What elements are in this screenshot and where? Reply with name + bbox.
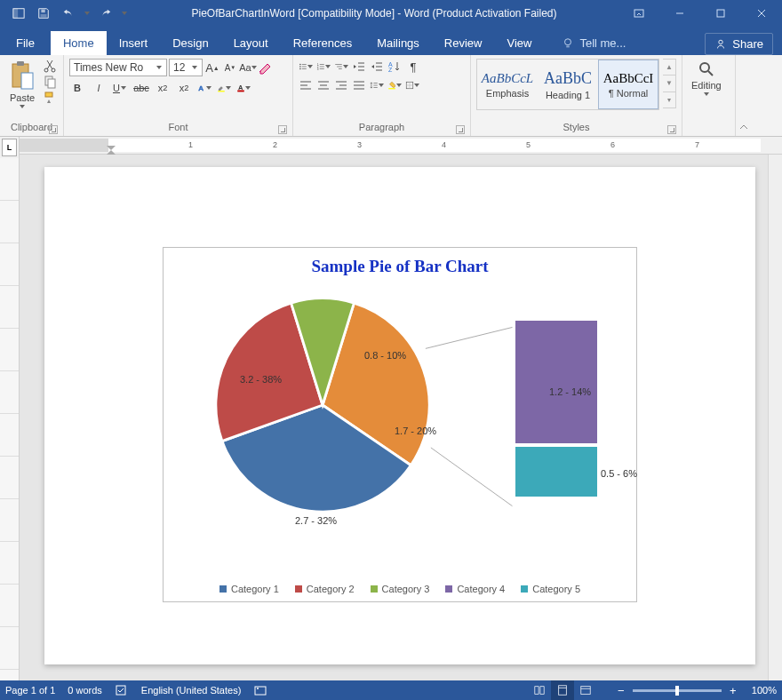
bullets-icon[interactable]: [299, 60, 313, 74]
font-size-combo[interactable]: 12: [169, 59, 203, 76]
tab-selector[interactable]: L: [2, 139, 17, 156]
tab-layout[interactable]: Layout: [221, 31, 281, 55]
ruler-num: 5: [526, 140, 531, 149]
ruler-num: 3: [357, 140, 362, 149]
tell-me-label: Tell me...: [579, 36, 626, 50]
zoom-out-button[interactable]: −: [615, 684, 627, 696]
align-left-icon[interactable]: [299, 78, 313, 92]
undo-icon[interactable]: [57, 3, 80, 24]
svg-rect-67: [116, 686, 125, 695]
strikethrough-button[interactable]: abc: [133, 80, 149, 96]
superscript-button[interactable]: x2: [176, 80, 192, 96]
read-mode-icon[interactable]: [528, 680, 551, 700]
chart-object[interactable]: Sample Pie of Bar Chart: [163, 247, 637, 602]
shrink-font-icon[interactable]: A▼: [222, 60, 238, 76]
sort-icon[interactable]: AZ: [387, 60, 402, 74]
tab-references[interactable]: References: [281, 31, 364, 55]
style-preview: AaBbC: [544, 69, 592, 88]
zoom-control: − + 100%: [615, 684, 777, 696]
document-scroll-area[interactable]: Sample Pie of Bar Chart: [20, 155, 768, 680]
indent-marker-icon[interactable]: [107, 146, 116, 153]
align-center-icon[interactable]: [316, 78, 331, 92]
shading-icon[interactable]: [387, 78, 402, 92]
paste-button[interactable]: Paste: [5, 59, 39, 110]
cut-icon[interactable]: [43, 59, 57, 73]
legend-item: Category 5: [521, 584, 580, 594]
paragraph-launcher-icon[interactable]: [456, 125, 465, 134]
minimize-icon[interactable]: [659, 0, 700, 27]
web-layout-icon[interactable]: [574, 680, 597, 700]
styles-gallery-scroll[interactable]: ▲▼▾: [663, 59, 676, 108]
tell-me-search[interactable]: Tell me...: [553, 31, 634, 55]
copy-icon[interactable]: [43, 75, 57, 89]
zoom-level[interactable]: 100%: [752, 685, 777, 696]
clipboard-launcher-icon[interactable]: [49, 125, 58, 134]
qat-customize-icon[interactable]: [119, 3, 130, 24]
status-language[interactable]: English (United States): [141, 685, 242, 696]
collapse-ribbon-icon[interactable]: [736, 55, 752, 136]
tab-insert[interactable]: Insert: [107, 31, 161, 55]
word-app-icon[interactable]: [7, 3, 30, 24]
bold-button[interactable]: B: [69, 80, 85, 96]
ruler-num: 7: [695, 140, 699, 149]
styles-launcher-icon[interactable]: [667, 125, 676, 134]
svg-rect-15: [48, 79, 55, 88]
align-right-icon[interactable]: [334, 78, 348, 92]
share-button[interactable]: Share: [705, 33, 773, 55]
tab-mailings[interactable]: Mailings: [364, 31, 432, 55]
ribbon: Paste Clipboard Times New Ro 12 A▲ A▼ Aa: [0, 55, 782, 137]
print-layout-icon[interactable]: [551, 680, 574, 700]
svg-text:A: A: [198, 84, 203, 92]
close-icon[interactable]: [741, 0, 782, 27]
spellcheck-icon[interactable]: [115, 683, 129, 697]
highlight-icon[interactable]: [217, 81, 231, 95]
horizontal-ruler[interactable]: 1 2 3 4 5 6 7: [20, 137, 782, 155]
font-color-icon[interactable]: A: [236, 81, 251, 95]
macro-record-icon[interactable]: [253, 683, 267, 697]
editing-button[interactable]: Editing: [688, 59, 725, 98]
window-title: PieOfBarChartInWord [Compatibility Mode]…: [130, 7, 618, 20]
justify-icon[interactable]: [352, 78, 366, 92]
tab-file[interactable]: File: [0, 31, 51, 55]
undo-dropdown-icon[interactable]: [82, 3, 92, 24]
italic-button[interactable]: I: [91, 80, 107, 96]
ribbon-display-options-icon[interactable]: [618, 0, 659, 27]
show-marks-icon[interactable]: ¶: [405, 59, 421, 75]
vertical-scrollbar[interactable]: [768, 155, 782, 680]
numbering-icon[interactable]: 123: [316, 60, 331, 74]
clear-formatting-icon[interactable]: [258, 60, 272, 75]
zoom-slider[interactable]: [633, 689, 722, 692]
tab-home[interactable]: Home: [51, 31, 107, 55]
multilevel-list-icon[interactable]: [334, 60, 348, 74]
label-cat3: 0.8 - 10%: [364, 350, 406, 361]
format-painter-icon[interactable]: [43, 91, 57, 105]
line-spacing-icon[interactable]: [370, 78, 384, 92]
ruler-num: 4: [442, 140, 446, 149]
font-name-combo[interactable]: Times New Ro: [69, 59, 167, 76]
text-effects-icon[interactable]: A: [197, 81, 211, 95]
increase-indent-icon[interactable]: [370, 60, 384, 74]
tab-review[interactable]: Review: [432, 31, 495, 55]
style-heading1[interactable]: AaBbCHeading 1: [538, 60, 598, 109]
tab-view[interactable]: View: [494, 31, 544, 55]
group-label-styles: Styles: [563, 122, 590, 132]
bar-seg-cat4: [514, 319, 599, 445]
style-emphasis[interactable]: AaBbCcLEmphasis: [477, 60, 538, 109]
underline-button[interactable]: U: [112, 80, 128, 96]
style-normal[interactable]: AaBbCcI¶ Normal: [598, 60, 658, 109]
grow-font-icon[interactable]: A▲: [204, 60, 220, 76]
maximize-icon[interactable]: [700, 0, 741, 27]
zoom-in-button[interactable]: +: [727, 684, 739, 696]
subscript-button[interactable]: x2: [155, 80, 171, 96]
tab-design[interactable]: Design: [160, 31, 220, 55]
change-case-icon[interactable]: Aa: [240, 60, 256, 76]
status-page[interactable]: Page 1 of 1: [5, 685, 55, 696]
status-words[interactable]: 0 words: [68, 685, 102, 696]
font-launcher-icon[interactable]: [278, 125, 287, 134]
window-controls: [618, 0, 782, 27]
redo-icon[interactable]: [94, 3, 117, 24]
ribbon-tabs: File Home Insert Design Layout Reference…: [0, 27, 782, 55]
borders-icon[interactable]: [405, 78, 419, 92]
save-icon[interactable]: [32, 3, 55, 24]
decrease-indent-icon[interactable]: [352, 60, 366, 74]
